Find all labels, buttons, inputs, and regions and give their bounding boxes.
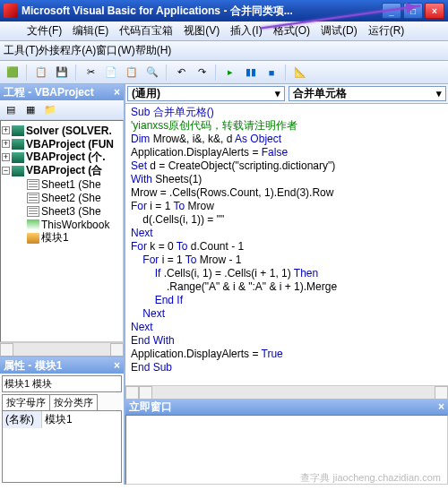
project-tree[interactable]: +Solver (SOLVER. +VBAProject (FUN +VBAPr… bbox=[0, 120, 124, 342]
project-icon bbox=[12, 166, 24, 176]
menu-file[interactable]: 文件(F) bbox=[22, 23, 67, 39]
module-icon bbox=[27, 233, 39, 244]
undo-icon[interactable]: ↶ bbox=[172, 64, 190, 82]
tree-sheet1[interactable]: Sheet1 (She bbox=[41, 178, 101, 191]
window-title: Microsoft Visual Basic for Applications … bbox=[22, 4, 293, 19]
view-code-icon[interactable]: ▤ bbox=[2, 101, 20, 119]
immediate-title: 立即窗口 bbox=[129, 400, 172, 415]
menu-edit[interactable]: 编辑(E) bbox=[67, 23, 114, 39]
menu-codebox[interactable]: 代码百宝箱 bbox=[114, 23, 178, 39]
menu-window[interactable]: 窗口(W) bbox=[96, 43, 134, 58]
sheet-icon bbox=[27, 193, 39, 203]
design-mode-icon[interactable]: 📐 bbox=[291, 64, 309, 82]
procedure-combo[interactable]: 合并单元格 bbox=[289, 86, 446, 101]
project-icon bbox=[12, 125, 24, 136]
menu-view[interactable]: 视图(V) bbox=[178, 23, 225, 39]
menu-tools[interactable]: 工具(T) bbox=[4, 43, 39, 58]
project-panel-close-icon[interactable]: × bbox=[114, 86, 120, 99]
prop-name-label: (名称) bbox=[3, 411, 42, 428]
menu-help[interactable]: 帮助(H) bbox=[135, 43, 172, 58]
project-toolbar: ▤ ▦ 📁 bbox=[0, 100, 124, 120]
view-excel-icon[interactable]: 🟩 bbox=[4, 64, 22, 82]
run-icon[interactable]: ▸ bbox=[221, 64, 239, 82]
menu-addins[interactable]: 外接程序(A) bbox=[39, 43, 96, 58]
immediate-close-icon[interactable]: × bbox=[438, 400, 444, 413]
tree-sheet2[interactable]: Sheet2 (She bbox=[41, 192, 101, 204]
project-icon bbox=[12, 152, 24, 163]
cut-icon[interactable]: ✂ bbox=[82, 64, 99, 82]
tree-solver[interactable]: Solver (SOLVER. bbox=[26, 125, 112, 137]
save-icon[interactable]: 💾 bbox=[53, 64, 71, 82]
workbook-icon bbox=[27, 219, 39, 230]
menu-debug[interactable]: 调试(D) bbox=[315, 23, 363, 39]
insert-module-icon[interactable]: 📋 bbox=[32, 64, 50, 82]
immediate-window-header: 立即窗口 × bbox=[125, 399, 448, 415]
toolbar: 🟩 📋 💾 ✂ 📄 📋 🔍 ↶ ↷ ▸ ▮▮ ■ 📐 bbox=[0, 61, 448, 84]
paste-icon[interactable]: 📋 bbox=[123, 64, 141, 82]
object-combo[interactable]: (通用) bbox=[127, 86, 285, 101]
properties-grid[interactable]: (名称)模块1 bbox=[2, 410, 122, 483]
project-icon bbox=[12, 139, 24, 150]
menu-run[interactable]: 运行(R) bbox=[363, 23, 410, 39]
properties-panel-header: 属性 - 模块1 × bbox=[0, 357, 124, 374]
copy-icon[interactable]: 📄 bbox=[102, 64, 120, 82]
view-object-icon[interactable]: ▦ bbox=[22, 101, 39, 119]
project-panel-title: 工程 - VBAProject bbox=[4, 85, 94, 100]
tree-sheet3[interactable]: Sheet3 (She bbox=[41, 205, 101, 218]
tree-thisworkbook[interactable]: ThisWorkbook bbox=[41, 219, 109, 231]
code-editor[interactable]: Sub 合并单元格() 'yianxss原创代码，转载请注明作者 Dim Mro… bbox=[125, 104, 448, 385]
menu-bar-2: 工具(T) 外接程序(A) 窗口(W) 帮助(H) bbox=[0, 41, 448, 61]
sheet-icon bbox=[27, 179, 39, 190]
toggle-folders-icon[interactable]: 📁 bbox=[41, 101, 59, 119]
reset-icon[interactable]: ■ bbox=[263, 64, 280, 82]
vba-icon bbox=[4, 4, 18, 18]
tree-module1[interactable]: 模块1 bbox=[41, 230, 69, 245]
tab-categorized[interactable]: 按分类序 bbox=[49, 394, 98, 410]
menu-bar-1: 文件(F) 编辑(E) 代码百宝箱 视图(V) 插入(I) 格式(O) 调试(D… bbox=[0, 21, 448, 41]
properties-title: 属性 - 模块1 bbox=[4, 358, 62, 374]
close-button[interactable]: × bbox=[425, 3, 444, 19]
properties-close-icon[interactable]: × bbox=[114, 359, 120, 372]
app-icon bbox=[4, 24, 18, 39]
tree-current[interactable]: VBAProject (合 bbox=[26, 163, 102, 178]
find-icon[interactable]: 🔍 bbox=[143, 64, 161, 82]
sheet-icon bbox=[27, 206, 39, 217]
menu-insert[interactable]: 插入(I) bbox=[225, 23, 267, 39]
tab-alphabetic[interactable]: 按字母序 bbox=[2, 394, 50, 410]
break-icon[interactable]: ▮▮ bbox=[242, 64, 260, 82]
immediate-window[interactable] bbox=[125, 415, 448, 485]
prop-name-value[interactable]: 模块1 bbox=[42, 411, 75, 428]
properties-object-select[interactable]: 模块1 模块 bbox=[2, 375, 122, 392]
project-panel-header: 工程 - VBAProject × bbox=[0, 84, 124, 100]
tree-funcres[interactable]: VBAProject (FUN bbox=[26, 138, 114, 150]
redo-icon[interactable]: ↷ bbox=[193, 64, 211, 82]
